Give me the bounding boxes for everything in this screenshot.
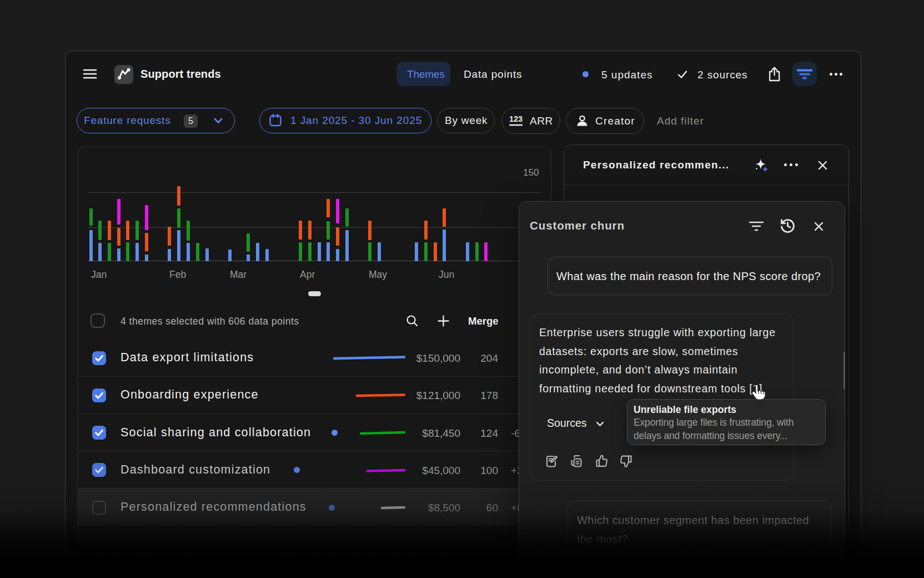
svg-text:123: 123 — [509, 114, 523, 123]
